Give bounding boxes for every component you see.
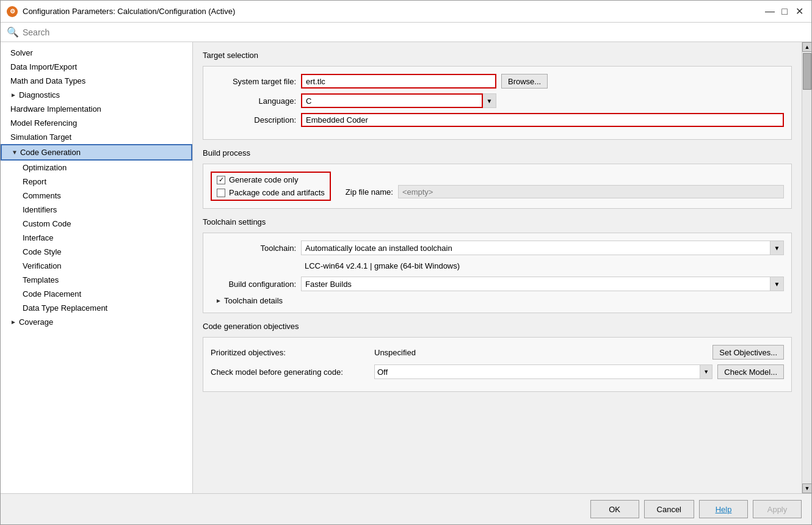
system-target-label: System target file: <box>211 77 296 86</box>
target-selection-title: Target selection <box>203 51 792 60</box>
toolchain-settings-title: Toolchain settings <box>203 217 792 226</box>
code-gen-objectives-section: Code generation objectives Prioritized o… <box>203 322 792 392</box>
ok-button[interactable]: OK <box>590 500 639 518</box>
zip-file-label: Zip file name: <box>346 187 393 197</box>
coverage-label: Coverage <box>19 317 53 327</box>
language-row: Language: C ▼ <box>211 93 784 108</box>
build-config-select[interactable]: Faster Builds <box>301 277 770 291</box>
check-model-label: Check model before generating code: <box>211 368 369 377</box>
build-process-title: Build process <box>203 148 792 158</box>
description-value: Embedded Coder <box>301 113 784 127</box>
sidebar-item-coverage[interactable]: ► Coverage <box>1 315 192 329</box>
sidebar-item-code-placement[interactable]: Code Placement <box>1 287 192 301</box>
prioritized-objectives-label: Prioritized objectives: <box>211 348 369 357</box>
check-model-button[interactable]: Check Model... <box>717 364 784 379</box>
minimize-button[interactable]: — <box>764 5 776 18</box>
zip-file-row: Zip file name: <box>346 185 784 201</box>
window-controls: — □ ✕ <box>764 5 805 18</box>
package-code-checkbox[interactable] <box>217 189 225 197</box>
build-config-select-arrow[interactable]: ▼ <box>770 277 784 291</box>
language-select-wrap: C ▼ <box>301 93 496 108</box>
sidebar-item-optimization[interactable]: Optimization <box>1 161 192 175</box>
scroll-up-button[interactable]: ▲ <box>802 42 811 52</box>
sidebar-item-data-type-replacement[interactable]: Data Type Replacement <box>1 301 192 315</box>
sidebar-item-math-data-types[interactable]: Math and Data Types <box>1 74 192 88</box>
generate-code-only-row: Generate code only <box>217 175 325 184</box>
language-select-arrow[interactable]: ▼ <box>483 93 496 108</box>
target-selection-section: Target selection System target file: Bro… <box>203 51 792 140</box>
toolchain-select-wrap: Automatically locate an installed toolch… <box>301 241 784 255</box>
cancel-button[interactable]: Cancel <box>644 500 694 518</box>
toolchain-details-arrow: ► <box>216 297 222 304</box>
window-title: Configuration Parameters: Calculation/Co… <box>23 7 759 16</box>
sidebar-item-report[interactable]: Report <box>1 175 192 189</box>
footer: OK Cancel Help Apply <box>1 493 811 524</box>
sidebar-item-identifiers[interactable]: Identifiers <box>1 203 192 217</box>
description-row: Description: Embedded Coder <box>211 113 784 127</box>
toolchain-select[interactable]: Automatically locate an installed toolch… <box>301 241 770 255</box>
help-button[interactable]: Help <box>699 500 748 518</box>
scrollbar-track: ▲ ▼ <box>802 42 811 493</box>
generate-code-only-checkbox[interactable] <box>217 176 225 184</box>
toolchain-info-row: LCC-win64 v2.4.1 | gmake (64-bit Windows… <box>211 260 784 272</box>
sidebar-item-diagnostics[interactable]: ► Diagnostics <box>1 88 192 102</box>
main-content: Solver Data Import/Export Math and Data … <box>1 42 811 493</box>
check-model-select-wrap: Off ▼ <box>374 364 712 379</box>
app-icon: ⚙ <box>7 6 18 17</box>
sidebar-item-interface[interactable]: Interface <box>1 231 192 245</box>
toolchain-details-row[interactable]: ► Toolchain details <box>211 296 784 305</box>
search-bar: 🔍 <box>1 23 811 42</box>
search-icon: 🔍 <box>7 26 19 38</box>
toolchain-label: Toolchain: <box>211 244 296 253</box>
search-input[interactable] <box>23 27 805 37</box>
apply-button[interactable]: Apply <box>753 500 802 518</box>
toolchain-select-arrow[interactable]: ▼ <box>770 241 784 255</box>
language-select[interactable]: C <box>301 93 483 108</box>
browse-button[interactable]: Browse... <box>501 74 548 89</box>
toolchain-settings-panel: Toolchain: Automatically locate an insta… <box>203 233 792 313</box>
check-model-select-arrow[interactable]: ▼ <box>700 364 712 379</box>
title-bar: ⚙ Configuration Parameters: Calculation/… <box>1 1 811 23</box>
build-process-panel: Generate code only Package code and arti… <box>203 164 792 209</box>
zip-file-input[interactable] <box>398 185 784 198</box>
sidebar-item-templates[interactable]: Templates <box>1 273 192 287</box>
maximize-button[interactable]: □ <box>778 5 791 18</box>
toolchain-settings-section: Toolchain settings Toolchain: Automatica… <box>203 217 792 313</box>
sidebar-item-data-import-export[interactable]: Data Import/Export <box>1 60 192 74</box>
package-code-row: Package code and artifacts <box>217 188 325 197</box>
build-checkboxes-wrap: Generate code only Package code and arti… <box>211 172 331 201</box>
sidebar-item-solver[interactable]: Solver <box>1 46 192 60</box>
prioritized-objectives-value: Unspecified <box>374 348 708 357</box>
sidebar-item-model-referencing[interactable]: Model Referencing <box>1 116 192 130</box>
check-model-select[interactable]: Off <box>374 364 700 379</box>
prioritized-objectives-row: Prioritized objectives: Unspecified Set … <box>211 345 784 360</box>
build-config-select-wrap: Faster Builds ▼ <box>301 277 784 291</box>
code-generation-arrow: ▼ <box>12 149 18 156</box>
build-config-row: Build configuration: Faster Builds ▼ <box>211 277 784 291</box>
check-model-row: Check model before generating code: Off … <box>211 364 784 379</box>
set-objectives-button[interactable]: Set Objectives... <box>712 345 784 360</box>
target-selection-panel: System target file: Browse... Language: … <box>203 66 792 140</box>
build-process-section: Build process Generate code only Package… <box>203 148 792 209</box>
close-button[interactable]: ✕ <box>793 5 805 18</box>
sidebar-item-hardware-impl[interactable]: Hardware Implementation <box>1 102 192 116</box>
sidebar: Solver Data Import/Export Math and Data … <box>1 42 193 493</box>
sidebar-item-custom-code[interactable]: Custom Code <box>1 217 192 231</box>
toolchain-row: Toolchain: Automatically locate an insta… <box>211 241 784 255</box>
sidebar-item-simulation-target[interactable]: Simulation Target <box>1 130 192 144</box>
sidebar-item-verification[interactable]: Verification <box>1 259 192 273</box>
build-config-label: Build configuration: <box>211 280 296 289</box>
system-target-input[interactable] <box>301 74 496 89</box>
sidebar-item-comments[interactable]: Comments <box>1 189 192 203</box>
scroll-down-button[interactable]: ▼ <box>802 483 811 493</box>
code-gen-objectives-title: Code generation objectives <box>203 322 792 331</box>
diagnostics-arrow: ► <box>10 92 16 98</box>
code-generation-label: Code Generation <box>20 148 81 157</box>
coverage-arrow: ► <box>10 319 16 325</box>
generate-code-only-label: Generate code only <box>229 175 298 184</box>
description-label: Description: <box>211 115 296 125</box>
sidebar-item-code-generation[interactable]: ▼ Code Generation <box>1 144 192 161</box>
scroll-thumb[interactable] <box>803 53 811 90</box>
toolchain-details-label: Toolchain details <box>224 296 283 305</box>
sidebar-item-code-style[interactable]: Code Style <box>1 245 192 259</box>
